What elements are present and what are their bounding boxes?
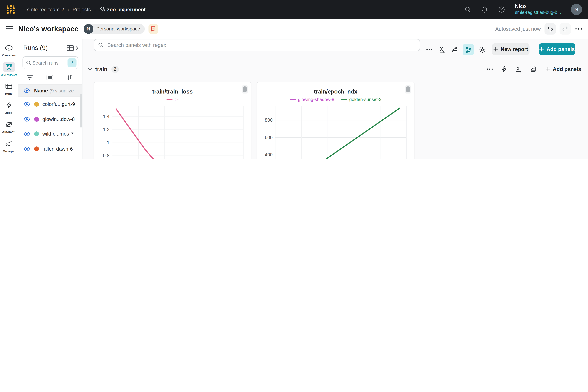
undo-icon: [547, 26, 553, 31]
sparkle-icon[interactable]: [501, 66, 507, 72]
run-row[interactable]: wild-c...mos-7: [18, 126, 82, 141]
svg-text:1.2: 1.2: [103, 127, 110, 132]
help-icon[interactable]: [498, 6, 505, 13]
chevron-down-icon[interactable]: [88, 68, 92, 71]
run-row[interactable]: glowin...dow-8: [18, 112, 82, 126]
sidebar-scrollbar[interactable]: [80, 94, 82, 128]
regex-toggle-button[interactable]: .*: [67, 58, 76, 67]
nav-rail-item-overview[interactable]: Overview: [0, 43, 18, 57]
nav-rail-item-reports[interactable]: Reports: [0, 158, 18, 159]
run-row[interactable]: colorfu...gurt-9: [18, 97, 82, 112]
nav-rail-item-automat[interactable]: Automat.: [0, 120, 18, 134]
nav-rail-item-jobs[interactable]: Jobs: [0, 100, 18, 114]
svg-text:600: 600: [265, 135, 273, 140]
user-block[interactable]: Nico smle-registries-bug-b...: [515, 3, 561, 16]
user-org: smle-registries-bug-b...: [515, 10, 561, 16]
run-row[interactable]: exalted-surf-5: [18, 156, 82, 159]
legend-swatch: [290, 99, 296, 100]
runs-search-input[interactable]: [31, 60, 64, 66]
smoothing-iron-icon[interactable]: [530, 66, 537, 72]
line-chart-train-loss[interactable]: 0.40.60.811.21.402004006008001kStep: [97, 104, 249, 159]
wandb-logo-icon[interactable]: [6, 4, 16, 14]
line-chart-epoch-ndx[interactable]: 20040060080002004006008001kStep: [260, 104, 412, 159]
breadcrumb-team[interactable]: smle-reg-team-2: [27, 6, 64, 12]
panel-search-box[interactable]: [94, 39, 420, 51]
legend-item[interactable]: glowing-shadow-8: [290, 97, 334, 102]
undo-button[interactable]: [545, 23, 556, 34]
panel-search-input[interactable]: [106, 42, 416, 48]
legend-label: glowing-shadow-8: [298, 97, 334, 102]
breadcrumb: smle-reg-team-2 › Projects › zoo_experim…: [27, 6, 146, 12]
section-title: train: [95, 66, 107, 72]
legend-label: golden-sunset-3: [349, 97, 382, 102]
section-add-panels-button[interactable]: Add panels: [546, 66, 581, 72]
run-list: colorfu...gurt-9 glowin...dow-8 wild-c..…: [18, 97, 82, 159]
sort-icon[interactable]: [67, 74, 72, 80]
plus-icon: [546, 67, 550, 72]
section-more-icon[interactable]: [487, 68, 493, 70]
runs-sidebar: Runs (9) .* Name (9 visualize colorfu...…: [18, 39, 82, 159]
runs-table-icon[interactable]: [67, 45, 74, 51]
filter-icon[interactable]: [26, 75, 33, 80]
notifications-bell-icon[interactable]: [481, 6, 488, 13]
svg-text:1.4: 1.4: [103, 114, 110, 119]
legend-item[interactable]: : -: [166, 97, 179, 102]
section-actions-train: Add panels: [487, 64, 581, 74]
panel-grip-handle[interactable]: [242, 85, 248, 94]
x-axis-settings-icon[interactable]: [515, 66, 522, 72]
nav-rail: Overview Workspace Runs Jobs Automat. Sw…: [0, 39, 18, 159]
visibility-eye-icon[interactable]: [23, 102, 30, 107]
panel-epoch-ndx[interactable]: train/epoch_ndx glowing-shadow-8golden-s…: [257, 82, 414, 159]
run-name: glowin...dow-8: [42, 116, 75, 122]
avatar[interactable]: N: [571, 4, 582, 15]
visibility-eye-icon[interactable]: [23, 132, 30, 136]
nav-rail-item-sweeps[interactable]: Sweeps: [0, 138, 18, 153]
group-list-icon[interactable]: [46, 74, 53, 80]
chart-legend: glowing-shadow-8golden-sunset-3: [257, 97, 414, 102]
breadcrumb-separator: ›: [94, 6, 96, 12]
bookmark-remove-button[interactable]: [149, 24, 158, 34]
legend-item[interactable]: golden-sunset-3: [341, 97, 382, 102]
workspace-icon: [2, 62, 15, 72]
panel-train-loss[interactable]: train/train_loss : - 0.40.60.811.21.4020…: [94, 82, 251, 159]
chart-title: train/epoch_ndx: [257, 88, 414, 94]
expand-chevron-icon[interactable]: [75, 46, 78, 51]
nav-rail-item-runs[interactable]: Runs: [0, 81, 18, 96]
plus-icon: [494, 47, 498, 52]
settings-gear-icon[interactable]: [477, 44, 487, 54]
smoothing-iron-icon[interactable]: [450, 44, 460, 54]
name-column-suffix: (9 visualize: [49, 88, 74, 93]
name-column-label: Name: [34, 88, 48, 93]
toolbar-more-icon[interactable]: [424, 44, 434, 54]
add-panels-button[interactable]: Add panels: [539, 43, 575, 55]
outliers-scatter-icon[interactable]: [463, 44, 474, 55]
visibility-eye-icon[interactable]: [23, 146, 30, 151]
autosave-status: Autosaved just now: [495, 26, 541, 32]
search-icon: [98, 42, 104, 48]
visibility-eye-icon[interactable]: [23, 117, 30, 122]
x-axis-settings-icon[interactable]: [437, 44, 447, 54]
runs-search-box[interactable]: .*: [22, 56, 78, 69]
section-header-train[interactable]: train 2: [88, 64, 119, 74]
legend-swatch: [166, 99, 172, 100]
breadcrumb-projects[interactable]: Projects: [73, 6, 91, 12]
new-report-button[interactable]: New report: [492, 43, 530, 55]
panel-grip-handle[interactable]: [405, 85, 411, 94]
redo-button[interactable]: [560, 23, 571, 34]
legend-label: : -: [175, 97, 179, 102]
wandb-workspace-page: smle-reg-team-2 › Projects › zoo_experim…: [0, 0, 588, 159]
nav-rail-item-workspace[interactable]: Workspace: [0, 62, 18, 76]
breadcrumb-project[interactable]: zoo_experiment: [99, 6, 146, 12]
top-nav-bar: smle-reg-team-2 › Projects › zoo_experim…: [0, 0, 588, 19]
more-menu-icon[interactable]: [575, 28, 582, 30]
run-row[interactable]: fallen-dawn-6: [18, 141, 82, 156]
visibility-eye-icon[interactable]: [23, 88, 30, 93]
personal-workspace-badge[interactable]: N Personal workspace: [83, 24, 145, 34]
search-icon[interactable]: [464, 6, 471, 13]
runs-name-header[interactable]: Name (9 visualize: [18, 84, 82, 97]
menu-hamburger-icon[interactable]: [6, 26, 13, 32]
team-icon: [99, 7, 105, 12]
chart-legend: : -: [94, 97, 251, 102]
section-count-badge: 2: [111, 66, 119, 73]
run-color-dot: [34, 146, 39, 151]
